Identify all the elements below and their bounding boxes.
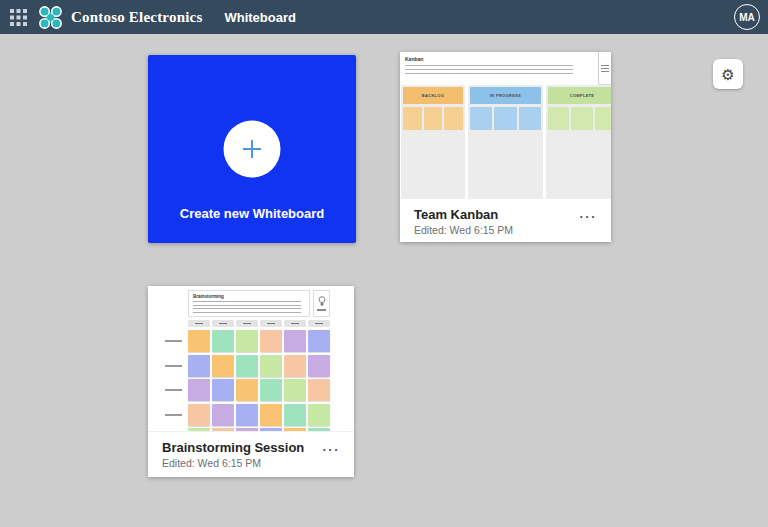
kanban-mini-card [403,107,422,130]
sticky-note [212,404,234,426]
more-options-button[interactable]: ··· [580,209,598,224]
brainstorm-thumb-idea-panel [313,290,330,317]
kanban-mini-card [548,107,569,130]
sticky-note [284,330,306,352]
kanban-column-header: IN PROGRESS [470,87,541,104]
sticky-note [284,355,306,377]
brainstorm-column-chip [308,320,330,327]
kanban-thumb-text-lines [405,65,573,77]
kanban-thumb-side-panel [598,52,611,85]
kanban-column: COMPLETE [546,85,611,198]
sticky-note [188,355,210,377]
brand-name: Contoso Electronics [71,9,202,26]
board-card-footer: Brainstorming Session Edited: Wed 6:15 P… [148,431,354,477]
sticky-note [212,330,234,352]
board-card-footer: Team Kanban Edited: Wed 6:15 PM ··· [400,198,611,242]
board-title: Team Kanban [414,207,597,222]
kanban-column-header: COMPLETE [548,87,611,104]
kanban-mini-card [444,107,463,130]
board-edited-timestamp: Edited: Wed 6:15 PM [414,224,597,236]
create-plus-button[interactable] [224,121,281,178]
sticky-note [308,355,330,377]
lightbulb-icon [318,296,326,307]
brainstorm-column-chips [188,320,330,327]
sticky-note [308,330,330,352]
brainstorm-thumb-heading: Brainstorming [193,294,305,299]
app-title: Whiteboard [224,10,296,25]
sticky-note [260,404,282,426]
kanban-mini-card [424,107,443,130]
app-launcher-icon[interactable] [10,9,27,26]
kanban-mini-card [519,107,541,130]
sticky-note [188,404,210,426]
brainstorm-thumbnail: Brainstorming [148,286,354,431]
sticky-note [308,404,330,426]
sticky-note [260,379,282,401]
board-card-brainstorming-session[interactable]: Brainstorming Brainstorming Session Edit… [148,286,354,477]
sticky-note [188,379,210,401]
brainstorm-row-label [165,389,182,391]
board-card-team-kanban[interactable]: Kanban BACKLOGIN PROGRESSCOMPLETE Team K… [400,52,611,242]
kanban-column: BACKLOG [401,85,465,198]
brainstorm-thumb-header: Brainstorming [188,290,310,317]
sticky-note [236,330,258,352]
kanban-thumb-heading: Kanban [405,56,423,62]
kanban-column-header: BACKLOG [403,87,463,104]
plus-icon [242,139,263,160]
sticky-note [284,379,306,401]
brainstorm-row-label [165,365,182,367]
create-whiteboard-label: Create new Whiteboard [148,206,356,221]
board-edited-timestamp: Edited: Wed 6:15 PM [162,457,340,469]
sticky-note [236,379,258,401]
brainstorm-sticky-grid [188,330,330,431]
kanban-mini-card [571,107,592,130]
kanban-thumbnail-columns: BACKLOGIN PROGRESSCOMPLETE [401,85,611,198]
topbar: Contoso Electronics Whiteboard MA [0,0,768,34]
board-title: Brainstorming Session [162,440,340,455]
brainstorm-column-chip [188,320,210,327]
kanban-thumbnail: Kanban BACKLOGIN PROGRESSCOMPLETE [400,52,611,198]
brainstorm-column-chip [212,320,234,327]
kanban-mini-card [470,107,492,130]
sticky-note [236,404,258,426]
contoso-logo-icon [37,4,64,31]
sticky-note [260,330,282,352]
sticky-note [308,379,330,401]
brainstorm-column-chip [260,320,282,327]
sticky-note [188,330,210,352]
brainstorm-column-chip [236,320,258,327]
user-avatar[interactable]: MA [734,4,760,30]
more-options-button[interactable]: ··· [323,442,341,457]
brainstorm-row-label [165,414,182,416]
kanban-mini-card [595,107,611,130]
create-whiteboard-card[interactable]: Create new Whiteboard [148,55,356,243]
gear-icon: ⚙ [721,67,734,82]
brainstorm-column-chip [284,320,306,327]
sticky-note [212,379,234,401]
kanban-column: IN PROGRESS [468,85,543,198]
brainstorm-row-label [165,340,182,342]
sticky-note [236,355,258,377]
brainstorm-thumb-text-lines [193,301,301,314]
sticky-note [284,404,306,426]
sticky-note [212,355,234,377]
kanban-mini-card [494,107,516,130]
settings-button[interactable]: ⚙ [713,59,743,89]
sticky-note [260,355,282,377]
